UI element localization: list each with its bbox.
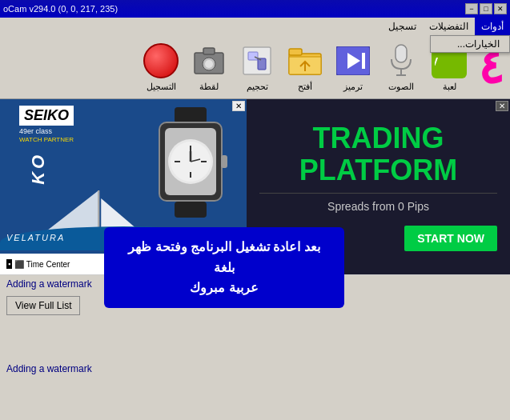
- sound-button[interactable]: الصوت: [379, 40, 424, 94]
- title-bar: oCam v294.0 (0, 0, 217, 235) − □ ✕: [0, 0, 510, 18]
- game-label: لعبة: [443, 82, 456, 92]
- svg-rect-9: [289, 49, 302, 55]
- svg-point-19: [205, 60, 213, 68]
- dropdown-options[interactable]: الخيارات...: [431, 36, 509, 52]
- window-title: oCam v294.0 (0, 0, 217, 235): [3, 4, 465, 14]
- microphone-icon: [382, 42, 420, 80]
- resize-button[interactable]: تحجيم: [235, 40, 279, 94]
- velatura-text: VELATURA: [6, 233, 65, 242]
- arabic-popup: بعد اعادة تشغيل البرنامج وفتحة ظهر بلغة …: [104, 227, 344, 308]
- popup-line2: عربية مبروك: [120, 278, 328, 298]
- class-text: 49er class: [19, 127, 74, 135]
- watch-image: [143, 107, 239, 238]
- tools-dropdown: الخيارات...: [430, 35, 510, 53]
- sound-label: الصوت: [388, 82, 414, 92]
- bottom-panel: Adding a watermark View Full List بعد اع…: [0, 275, 510, 420]
- svg-rect-25: [175, 107, 207, 123]
- encode-button[interactable]: ترميز: [331, 40, 375, 94]
- trading-platform-text: TRADING PLATFORM: [299, 122, 457, 186]
- time-center: ▪ ⬛ Time Center: [6, 259, 70, 269]
- record-button[interactable]: التسجيل: [139, 40, 183, 94]
- spreads-text: Spreads from 0 Pips: [259, 193, 497, 213]
- svg-rect-7: [362, 53, 365, 69]
- folder-icon: [286, 42, 324, 80]
- svg-rect-2: [396, 45, 407, 62]
- popup-line1: بعد اعادة تشغيل البرنامج وفتحة ظهر بلغة: [120, 237, 328, 278]
- partner-text: WATCH PARTNER: [19, 136, 74, 143]
- adding-watermark-bottom: Adding a watermark: [6, 363, 504, 374]
- svg-rect-13: [248, 52, 258, 60]
- screenshot-label: لقطة: [199, 82, 219, 92]
- maximize-button[interactable]: □: [480, 3, 492, 14]
- window-controls: − □ ✕: [465, 3, 507, 14]
- main-content: SEIKO: [0, 99, 510, 420]
- resize-label: تحجيم: [247, 82, 268, 92]
- seiko-logo-text: SEIKO: [19, 106, 74, 126]
- resize-icon: [238, 42, 276, 80]
- svg-rect-38: [221, 155, 227, 168]
- svg-text:NV: NV: [435, 55, 439, 68]
- menu-settings[interactable]: التفضيلات: [423, 18, 475, 35]
- start-now-button[interactable]: START NOW: [404, 226, 497, 251]
- ad-left-close-button[interactable]: ✕: [232, 101, 245, 111]
- menu-bar: أدوات التفضيلات تسجيل الخيارات...: [0, 18, 510, 35]
- svg-rect-17: [203, 48, 215, 54]
- view-full-list-button[interactable]: View Full List: [6, 296, 80, 315]
- encode-label: ترميز: [343, 82, 363, 92]
- svg-rect-37: [175, 202, 207, 218]
- screenshot-button[interactable]: لقطة: [187, 40, 231, 94]
- record-icon: [142, 42, 180, 80]
- svg-rect-12: [243, 47, 271, 74]
- minimize-button[interactable]: −: [465, 3, 478, 14]
- screenshot-icon: [190, 42, 228, 80]
- menu-register[interactable]: تسجيل: [382, 18, 423, 35]
- close-button[interactable]: ✕: [494, 3, 507, 14]
- open-label: أفتح: [298, 82, 312, 92]
- ad-right-close-button[interactable]: ✕: [496, 101, 508, 111]
- seiko-logo-area: SEIKO 49er class WATCH PARTNER: [19, 106, 74, 143]
- open-button[interactable]: أفتح: [283, 40, 327, 94]
- record-label: التسجيل: [147, 82, 176, 92]
- svg-rect-14: [258, 58, 266, 70]
- menu-tools[interactable]: أدوات: [475, 18, 510, 35]
- encode-icon: [334, 42, 372, 80]
